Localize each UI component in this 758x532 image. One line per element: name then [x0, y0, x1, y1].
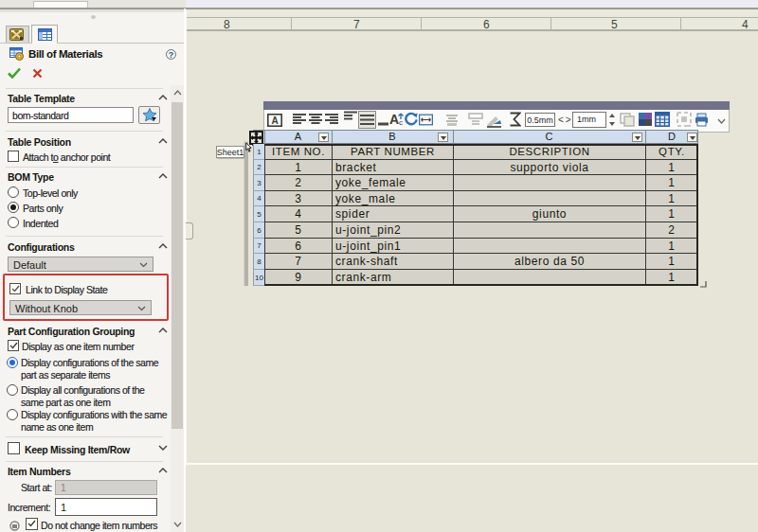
svg-text:A: A: [271, 115, 278, 126]
svg-text:c: c: [399, 118, 403, 126]
svg-text:A: A: [389, 112, 399, 126]
